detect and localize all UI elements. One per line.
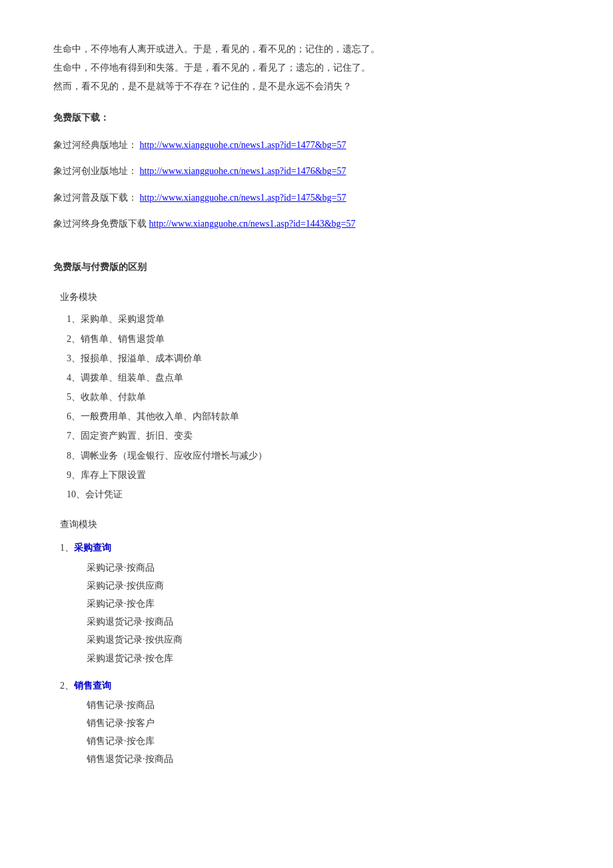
download-item-3: 象过河普及版下载： http://www.xiangguohe.cn/news1…	[53, 189, 560, 206]
download-label-1: 象过河经典版地址：	[53, 140, 137, 150]
list-item: 9、库存上下限设置	[67, 467, 560, 483]
download-section: 免费版下载： 象过河经典版地址： http://www.xiangguohe.c…	[53, 109, 560, 232]
download-link-3[interactable]: http://www.xiangguohe.cn/news1.asp?id=14…	[140, 193, 346, 203]
download-link-4[interactable]: http://www.xiangguohe.cn/news1.asp?id=14…	[149, 219, 356, 229]
download-label-3: 象过河普及版下载：	[53, 193, 137, 203]
list-item: 2、销售单、销售退货单	[67, 331, 560, 347]
intro-line2: 生命中，不停地有得到和失落。于是，看不见的，看见了；遗忘的，记住了。	[53, 59, 560, 77]
query-module: 查询模块 1、采购查询 采购记录·按商品 采购记录·按供应商 采购记录·按仓库 …	[53, 516, 560, 767]
download-item-2: 象过河创业版地址： http://www.xiangguohe.cn/news1…	[53, 163, 560, 179]
list-item: 销售记录·按商品	[87, 697, 560, 713]
list-item: 10、会计凭证	[67, 486, 560, 503]
comparison-section: 免费版与付费版的区别 业务模块 1、采购单、采购退货单 2、销售单、销售退货单 …	[53, 259, 560, 768]
intro-line1: 生命中，不停地有人离开或进入。于是，看见的，看不见的；记住的，遗忘了。	[53, 40, 560, 59]
business-module-list: 1、采购单、采购退货单 2、销售单、销售退货单 3、报损单、报溢单、成本调价单 …	[67, 311, 560, 503]
query-number-1: 1、	[60, 543, 74, 553]
list-item: 采购记录·按供应商	[87, 577, 560, 594]
query-module-label: 查询模块	[60, 516, 560, 533]
list-item: 采购退货记录·按商品	[87, 613, 560, 630]
list-item: 销售退货记录·按商品	[87, 751, 560, 767]
list-item: 采购记录·按仓库	[87, 595, 560, 612]
download-title: 免费版下载：	[53, 109, 560, 126]
business-module: 业务模块 1、采购单、采购退货单 2、销售单、销售退货单 3、报损单、报溢单、成…	[53, 289, 560, 503]
query-item-purchase: 1、采购查询	[60, 539, 560, 556]
query-item-sales: 2、销售查询	[60, 677, 560, 694]
query-link-sales[interactable]: 销售查询	[74, 681, 111, 691]
purchase-sub-items: 采购记录·按商品 采购记录·按供应商 采购记录·按仓库 采购退货记录·按商品 采…	[87, 559, 560, 667]
list-item: 销售记录·按仓库	[87, 733, 560, 749]
download-link-2[interactable]: http://www.xiangguohe.cn/news1.asp?id=14…	[140, 166, 346, 176]
intro-line3: 然而，看不见的，是不是就等于不存在？记住的，是不是永远不会消失？	[53, 77, 560, 96]
list-item: 3、报损单、报溢单、成本调价单	[67, 350, 560, 367]
download-item-4: 象过河终身免费版下载 http://www.xiangguohe.cn/news…	[53, 215, 560, 232]
download-label-2: 象过河创业版地址：	[53, 166, 137, 176]
sales-sub-items: 销售记录·按商品 销售记录·按客户 销售记录·按仓库 销售退货记录·按商品	[87, 697, 560, 768]
list-item: 1、采购单、采购退货单	[67, 311, 560, 327]
list-item: 销售记录·按客户	[87, 715, 560, 731]
list-item: 采购退货记录·按仓库	[87, 650, 560, 667]
list-item: 6、一般费用单、其他收入单、内部转款单	[67, 408, 560, 425]
list-item: 采购退货记录·按供应商	[87, 631, 560, 648]
download-label-4: 象过河终身免费版下载	[53, 219, 147, 229]
download-link-1[interactable]: http://www.xiangguohe.cn/news1.asp?id=14…	[140, 140, 346, 150]
comparison-title: 免费版与付费版的区别	[53, 259, 560, 275]
list-item: 8、调帐业务（现金银行、应收应付增长与减少）	[67, 447, 560, 464]
download-item-1: 象过河经典版地址： http://www.xiangguohe.cn/news1…	[53, 137, 560, 153]
list-item: 5、收款单、付款单	[67, 389, 560, 405]
business-module-label: 业务模块	[60, 289, 560, 305]
intro-paragraph: 生命中，不停地有人离开或进入。于是，看见的，看不见的；记住的，遗忘了。 生命中，…	[53, 40, 560, 96]
list-item: 采购记录·按商品	[87, 559, 560, 576]
query-number-2: 2、	[60, 681, 74, 691]
list-item: 4、调拨单、组装单、盘点单	[67, 369, 560, 386]
query-link-purchase[interactable]: 采购查询	[74, 543, 111, 553]
list-item: 7、固定资产购置、折旧、变卖	[67, 427, 560, 444]
